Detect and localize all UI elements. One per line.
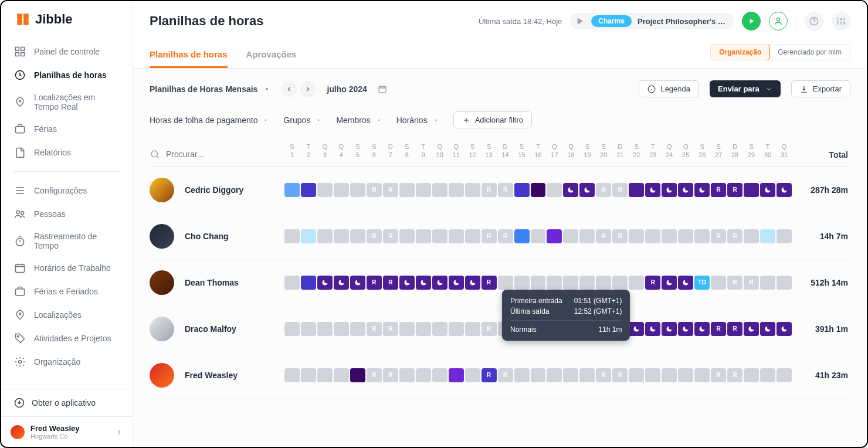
play-button[interactable] — [742, 12, 761, 30]
day-cell[interactable] — [629, 322, 644, 336]
day-cell[interactable]: R — [367, 229, 382, 243]
day-cell[interactable] — [465, 368, 480, 382]
day-cell[interactable] — [284, 322, 300, 336]
day-cell[interactable] — [777, 322, 792, 336]
day-cell[interactable] — [678, 276, 693, 290]
day-cell[interactable]: R — [383, 183, 398, 197]
day-cell[interactable] — [350, 183, 365, 197]
filter-payroll[interactable]: Horas de folha de pagamento — [150, 116, 269, 125]
day-cell[interactable] — [694, 322, 710, 336]
day-cell[interactable] — [547, 276, 562, 290]
day-cell[interactable]: R — [727, 322, 742, 336]
day-cell[interactable] — [301, 276, 316, 290]
day-cell[interactable] — [678, 183, 693, 197]
day-cell[interactable]: R — [711, 368, 726, 382]
sidebar-item[interactable]: Férias e Feriados — [1, 280, 133, 303]
day-cell[interactable] — [547, 229, 562, 243]
day-cell[interactable] — [399, 322, 415, 336]
day-cell[interactable] — [514, 276, 530, 290]
period-select[interactable]: Planilhas de Horas Mensais — [150, 84, 270, 94]
day-cell[interactable] — [284, 229, 300, 243]
day-cell[interactable] — [449, 368, 464, 382]
user-footer[interactable]: Fred Weasley Hogwarts Co — [1, 416, 133, 447]
day-cell[interactable] — [531, 276, 546, 290]
day-cell[interactable] — [350, 368, 365, 382]
sidebar-item[interactable]: Pessoas — [1, 202, 133, 226]
sidebar-item[interactable]: Organização — [1, 350, 133, 374]
day-cell[interactable] — [662, 368, 677, 382]
day-cell[interactable] — [284, 276, 300, 290]
day-cell[interactable] — [432, 368, 447, 382]
day-cell[interactable]: R — [498, 229, 513, 243]
day-cell[interactable] — [694, 183, 710, 197]
day-cell[interactable] — [514, 368, 530, 382]
sidebar-item[interactable]: Localizações em Tempo Real — [1, 87, 133, 117]
day-cell[interactable]: R — [711, 183, 726, 197]
filter-schedules[interactable]: Horários — [396, 116, 439, 125]
prev-month[interactable] — [281, 81, 297, 97]
day-cell[interactable] — [514, 183, 530, 197]
member-row[interactable]: Cedric DiggoryRRRRRRRR287h 28m — [150, 167, 850, 213]
day-cell[interactable] — [301, 368, 316, 382]
day-cell[interactable]: R — [482, 368, 497, 382]
day-cell[interactable] — [645, 368, 660, 382]
day-cell[interactable] — [334, 229, 349, 243]
sidebar-item[interactable]: Horários de Trabalho — [1, 256, 133, 280]
sidebar-item[interactable]: Relatórios — [1, 141, 133, 164]
member-row[interactable]: Cho ChangRRRRRRRR14h 7m — [150, 213, 850, 260]
day-cell[interactable] — [777, 229, 792, 243]
user-action-button[interactable] — [769, 12, 788, 30]
day-cell[interactable] — [579, 229, 595, 243]
scope-org[interactable]: Organização — [710, 44, 770, 60]
day-cell[interactable]: R — [498, 183, 513, 197]
sidebar-item[interactable]: Planilhas de horas — [1, 63, 133, 87]
scope-mine[interactable]: Gerenciado por mim — [769, 45, 850, 60]
day-cell[interactable]: R — [645, 276, 660, 290]
day-cell[interactable] — [317, 229, 333, 243]
day-cell[interactable] — [465, 229, 480, 243]
send-button[interactable]: Enviar para — [710, 80, 781, 97]
day-cell[interactable] — [662, 322, 677, 336]
day-cell[interactable]: R — [596, 229, 611, 243]
day-cell[interactable]: R — [383, 276, 398, 290]
day-cell[interactable] — [416, 183, 431, 197]
day-cell[interactable] — [777, 183, 792, 197]
sidebar-item[interactable]: Configurações — [1, 179, 133, 202]
day-cell[interactable] — [579, 276, 595, 290]
day-cell[interactable] — [547, 368, 562, 382]
day-cell[interactable] — [432, 276, 447, 290]
day-cell[interactable] — [399, 229, 415, 243]
export-button[interactable]: Exportar — [791, 80, 850, 97]
logo[interactable]: Jibble — [1, 1, 133, 38]
day-cell[interactable] — [465, 322, 480, 336]
day-cell[interactable] — [629, 276, 644, 290]
day-cell[interactable] — [432, 183, 447, 197]
day-cell[interactable]: R — [727, 183, 742, 197]
day-cell[interactable] — [777, 368, 792, 382]
day-cell[interactable] — [760, 368, 775, 382]
day-cell[interactable]: R — [596, 183, 611, 197]
day-cell[interactable] — [563, 183, 578, 197]
day-cell[interactable] — [760, 322, 775, 336]
day-cell[interactable] — [629, 229, 644, 243]
day-cell[interactable]: R — [482, 183, 497, 197]
sidebar-item[interactable]: Localizações — [1, 303, 133, 327]
day-cell[interactable] — [678, 229, 693, 243]
day-cell[interactable] — [334, 322, 349, 336]
day-cell[interactable] — [334, 276, 349, 290]
day-cell[interactable] — [334, 368, 349, 382]
day-cell[interactable] — [432, 322, 447, 336]
day-cell[interactable]: R — [727, 368, 742, 382]
day-cell[interactable] — [579, 368, 595, 382]
day-cell[interactable] — [317, 183, 333, 197]
sidebar-item[interactable]: Rastreamento de Tempo — [1, 226, 133, 256]
day-cell[interactable] — [449, 276, 464, 290]
day-cell[interactable] — [760, 229, 775, 243]
day-cell[interactable] — [334, 183, 349, 197]
sidebar-item[interactable]: Atividades e Projetos — [1, 327, 133, 350]
day-cell[interactable] — [645, 322, 660, 336]
day-cell[interactable] — [284, 368, 300, 382]
day-cell[interactable] — [629, 368, 644, 382]
day-cell[interactable] — [531, 368, 546, 382]
day-cell[interactable]: R — [744, 276, 759, 290]
